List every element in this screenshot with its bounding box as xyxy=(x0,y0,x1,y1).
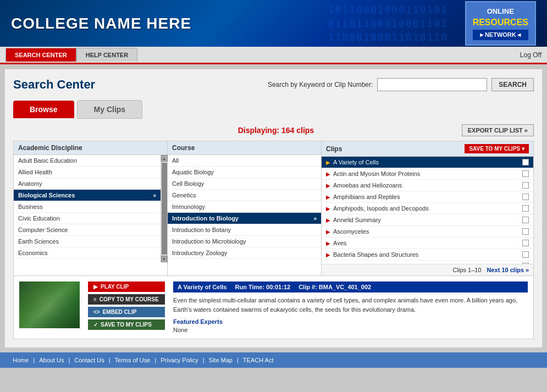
list-item-selected[interactable]: Biological Sciences » xyxy=(14,190,161,201)
clip-arrow-icon: ▶ xyxy=(326,194,330,200)
clip-item[interactable]: ▶ Actin and Myosin Motor Proteins xyxy=(322,168,533,180)
nav-tab-help-center[interactable]: HELP CENTER xyxy=(76,48,137,62)
clip-description: Even the simplest multi-cellular animal … xyxy=(173,296,528,314)
list-item[interactable]: Economics xyxy=(14,247,161,259)
clip-item[interactable]: ▶ Ascomycetes xyxy=(322,226,533,238)
clip-checkbox[interactable] xyxy=(522,217,529,223)
clip-item[interactable]: ▶ Amphibians and Reptiles xyxy=(322,191,533,203)
tab-my-clips[interactable]: My Clips xyxy=(77,100,143,119)
academic-scrollbar[interactable]: ▲ ▼ xyxy=(161,155,167,262)
list-item[interactable]: Introductory Zoology xyxy=(168,247,321,259)
save-icon: ✓ xyxy=(93,322,98,328)
displaying-count: Displaying: 164 clips xyxy=(90,126,462,135)
nav-tabs: SEARCH CENTER HELP CENTER xyxy=(5,48,137,62)
clip-checkbox[interactable] xyxy=(522,159,529,165)
featured-experts-label: Featured Experts xyxy=(173,318,528,325)
clip-item[interactable]: ▶ Annelid Summary xyxy=(322,214,533,226)
clip-checkbox[interactable] xyxy=(522,205,529,212)
clip-item[interactable]: ▶ Amphipods, Isopods and Decopods xyxy=(322,203,533,214)
list-item[interactable]: Anatomy xyxy=(14,178,161,190)
play-clip-button[interactable]: ▶ PLAY CLIP xyxy=(88,281,165,292)
clip-checkbox[interactable] xyxy=(522,170,529,177)
list-item-selected[interactable]: Introduction to Biology » xyxy=(168,213,321,224)
three-column-grid: Academic Discipline Adult Basic Educatio… xyxy=(13,141,534,276)
clip-arrow-icon: ▶ xyxy=(326,240,330,246)
list-item[interactable]: Molecular Biology xyxy=(168,259,321,262)
copy-to-my-course-button[interactable]: ≡ COPY TO MY COURSE xyxy=(88,294,165,305)
list-item[interactable]: All xyxy=(168,155,321,167)
log-off-link[interactable]: Log Off xyxy=(520,51,542,59)
arrow-icon: » xyxy=(153,192,156,198)
list-item[interactable]: Immunology xyxy=(168,201,321,213)
footer-link-home[interactable]: Home xyxy=(8,357,33,363)
logo-line3: ►NETWORK◄ xyxy=(473,30,528,40)
footer-link-terms-of-use[interactable]: Terms of Use xyxy=(110,357,155,363)
footer-link-privacy-policy[interactable]: Privacy Policy xyxy=(156,357,202,363)
clip-checkbox[interactable] xyxy=(522,194,529,200)
list-item[interactable]: Cell Biology xyxy=(168,178,321,190)
course-header: Course xyxy=(168,141,321,155)
list-item[interactable]: Computer Science xyxy=(14,224,161,236)
list-item[interactable]: Earth Sciences xyxy=(14,236,161,247)
footer-link-contact-us[interactable]: Contact Us xyxy=(70,357,108,363)
save-to-my-clips-action-button[interactable]: ✓ SAVE TO MY CLIPS xyxy=(88,319,165,330)
clip-checkbox[interactable] xyxy=(522,240,529,246)
clip-info-header: A Variety of Cells Run Time: 00:01:12 Cl… xyxy=(173,281,528,292)
search-input[interactable] xyxy=(377,78,487,91)
clip-run-time: Run Time: 00:01:12 xyxy=(235,284,290,290)
clip-arrow-icon: ▶ xyxy=(326,159,330,165)
search-row: Search Center Search by Keyword or Clip … xyxy=(13,78,534,92)
search-controls: Search by Keyword or Clip Number: SEARCH xyxy=(268,78,534,91)
clip-checkbox[interactable] xyxy=(522,263,529,264)
footer-link-site-map[interactable]: Site Map xyxy=(205,357,237,363)
clips-column: Clips SAVE TO MY CLIPS ▾ ▶ A Variety of … xyxy=(322,141,533,275)
logo-box: ONLINE RESOURCES ►NETWORK◄ xyxy=(465,1,536,46)
list-item[interactable]: Civic Education xyxy=(14,213,161,224)
scroll-thumb[interactable] xyxy=(162,163,167,255)
arrow-icon: » xyxy=(313,216,317,222)
list-item[interactable]: Introduction to Microbiology xyxy=(168,236,321,247)
scroll-down-button[interactable]: ▼ xyxy=(161,256,168,262)
search-label: Search by Keyword or Clip Number: xyxy=(268,81,373,89)
clips-list: ▶ A Variety of Cells ▶ Actin and Myosin … xyxy=(322,157,533,264)
list-item[interactable]: Allied Health xyxy=(14,167,161,178)
list-item[interactable]: Genetics xyxy=(168,190,321,201)
clip-item[interactable]: ▶ Amoebas and Heliozoans xyxy=(322,180,533,191)
list-item[interactable]: Aquatic Biology xyxy=(168,167,321,178)
pagination-row: Clips 1–10 Next 10 clips » xyxy=(322,264,533,275)
next-clips-link[interactable]: Next 10 clips » xyxy=(487,267,529,273)
search-button[interactable]: SEARCH xyxy=(491,78,534,91)
page-title: Search Center xyxy=(13,78,95,92)
clip-checkbox[interactable] xyxy=(522,251,529,258)
scroll-up-button[interactable]: ▲ xyxy=(161,155,168,162)
list-item[interactable]: Adult Basic Education xyxy=(14,155,161,167)
clip-item[interactable]: ▶ Bacteria Shapes and Structures xyxy=(322,249,533,261)
clip-item-selected[interactable]: ▶ A Variety of Cells xyxy=(322,157,533,168)
footer-link-about-us[interactable]: About Us xyxy=(35,357,68,363)
clip-actions: ▶ PLAY CLIP ≡ COPY TO MY COURSE <> EMBED… xyxy=(88,281,165,333)
embed-clip-button[interactable]: <> EMBED CLIP xyxy=(88,307,165,317)
tab-browse[interactable]: Browse xyxy=(13,101,74,118)
clip-checkbox[interactable] xyxy=(522,228,529,235)
save-to-my-clips-button[interactable]: SAVE TO MY CLIPS ▾ xyxy=(465,144,529,153)
list-item[interactable]: Education xyxy=(14,259,161,262)
export-clip-list-button[interactable]: EXPORT CLIP LIST » xyxy=(462,124,534,136)
browse-my-clips-tabs: Browse My Clips xyxy=(13,100,534,119)
header: 1011000100011010101101100010001101110001… xyxy=(0,0,547,47)
academic-discipline-header: Academic Discipline xyxy=(14,141,167,155)
academic-list: Adult Basic Education Allied Health Anat… xyxy=(14,155,161,262)
clip-arrow-icon: ▶ xyxy=(326,171,330,177)
logo-line1: ONLINE xyxy=(473,7,528,16)
clip-arrow-icon: ▶ xyxy=(326,206,330,212)
course-list-container: All Aquatic Biology Cell Biology Genetic… xyxy=(168,155,321,262)
copy-icon: ≡ xyxy=(93,296,97,302)
list-item[interactable]: Business xyxy=(14,201,161,213)
list-item[interactable]: Introduction to Botany xyxy=(168,224,321,236)
course-column: Course All Aquatic Biology Cell Biology … xyxy=(168,141,322,275)
displaying-row: Displaying: 164 clips EXPORT CLIP LIST » xyxy=(13,124,534,136)
clips-range: Clips 1–10 xyxy=(453,267,482,273)
clip-checkbox[interactable] xyxy=(522,182,529,189)
clip-item[interactable]: ▶ Aves xyxy=(322,238,533,249)
nav-tab-search-center[interactable]: SEARCH CENTER xyxy=(5,48,76,62)
footer-link-teach-act[interactable]: TEACH Act xyxy=(239,357,278,363)
